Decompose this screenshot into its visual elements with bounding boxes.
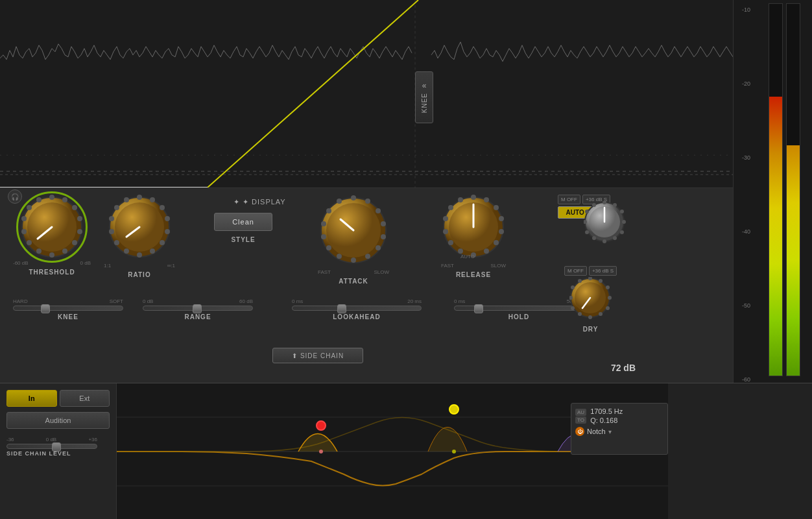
threshold-min: -60 dB: [13, 260, 29, 266]
threshold-label: THRESHOLD: [29, 269, 75, 276]
svg-point-63: [494, 240, 499, 245]
meter-scale: -10 -20 -30 -40 -50 -60: [742, 6, 750, 383]
meter-bar-left: [769, 3, 783, 376]
meter-fill-right: [787, 145, 800, 376]
threshold-max: 0 dB: [80, 260, 91, 266]
plugin-container: « KNEE ✦ ✦ DISPLAY 🎧: [0, 0, 812, 519]
release-min: FAST: [441, 263, 454, 269]
dry-mode-buttons: M OFF +36 dB S: [564, 266, 617, 276]
svg-point-37: [124, 197, 129, 202]
svg-point-58: [471, 195, 476, 200]
release-auto-label: AUTO: [460, 254, 475, 260]
sidechain-max: +36: [88, 437, 97, 442]
svg-point-76: [613, 203, 617, 207]
svg-point-35: [109, 216, 114, 221]
sidechain-button[interactable]: ⬆ SIDE CHAIN: [272, 348, 363, 363]
lookahead-range-labels: 0 ms 20 ms: [292, 298, 422, 304]
knee-slider-track[interactable]: [13, 306, 123, 311]
sidechain-level-group: -36 0 dB +36 SIDE CHAIN LEVEL: [6, 437, 110, 457]
svg-point-48: [351, 258, 356, 263]
release-knob[interactable]: [441, 195, 506, 262]
ratio-knob[interactable]: [107, 195, 172, 262]
svg-point-53: [326, 208, 331, 213]
ext-button[interactable]: Ext: [60, 390, 110, 407]
dry-mode-36-button[interactable]: +36 dB S: [589, 266, 617, 276]
style-button[interactable]: Clean: [214, 213, 272, 231]
svg-point-33: [114, 240, 119, 245]
scale-minus60: -60: [742, 376, 750, 383]
svg-point-78: [622, 220, 626, 224]
svg-point-54: [337, 199, 342, 204]
gain-mode-off-button[interactable]: M OFF: [558, 195, 580, 204]
svg-point-67: [448, 240, 453, 245]
threshold-knob[interactable]: [19, 195, 84, 260]
dry-knob[interactable]: [569, 277, 612, 322]
svg-point-42: [365, 199, 370, 204]
in-button[interactable]: In: [6, 390, 57, 407]
sidechain-level-track[interactable]: [6, 444, 97, 449]
frequency-value: 1709.5 Hz: [590, 407, 623, 415]
svg-point-62: [499, 229, 504, 234]
svg-point-80: [613, 236, 617, 240]
svg-point-100: [571, 285, 575, 289]
power-icon[interactable]: ⏻: [575, 427, 584, 436]
sidechain-chevrons-icon: ⬆: [292, 352, 298, 359]
svg-point-71: [458, 197, 463, 202]
svg-point-41: [351, 195, 356, 200]
range-min: 0 dB: [143, 298, 153, 304]
lookahead-max: 20 ms: [407, 298, 422, 304]
lookahead-slider-thumb[interactable]: [337, 304, 346, 313]
output-gain-knob[interactable]: [584, 201, 626, 246]
dry-mode-off-button[interactable]: M OFF: [564, 266, 587, 276]
svg-point-109: [449, 405, 459, 414]
graph-area: « KNEE: [0, 0, 733, 188]
left-panel: In Ext Audition -36 0 dB +36 SIDE CHAIN …: [0, 383, 117, 519]
svg-point-59: [484, 197, 489, 202]
range-label: RANGE: [184, 313, 211, 320]
attack-max: SLOW: [374, 269, 389, 275]
scale-minus50: -50: [742, 302, 750, 309]
svg-point-24: [137, 195, 142, 200]
sidechain-level-thumb[interactable]: [52, 442, 61, 452]
attack-knob[interactable]: [318, 195, 389, 269]
ratio-range: 1:1 ∞:1: [104, 263, 175, 269]
svg-point-64: [484, 248, 489, 254]
ratio-max: ∞:1: [167, 263, 175, 269]
svg-line-3: [208, 0, 418, 187]
knee-slider-thumb[interactable]: [41, 304, 50, 313]
svg-point-97: [578, 312, 582, 316]
output-gain-group: [584, 201, 626, 246]
db-value-label: 72 dB: [611, 363, 636, 373]
info-values: 1709.5 Hz Q: 0.168: [590, 407, 623, 424]
knee-label: KNEE: [421, 93, 428, 113]
notch-row: ⏻ Notch ▾: [575, 427, 663, 436]
svg-point-43: [376, 208, 381, 213]
range-slider-group: 0 dB 60 dB RANGE: [143, 298, 253, 320]
range-slider-track[interactable]: [143, 306, 253, 311]
in-ext-buttons: In Ext: [6, 390, 110, 407]
sidechain-min: -36: [6, 437, 14, 442]
svg-point-61: [499, 216, 504, 221]
hold-slider-thumb[interactable]: [474, 304, 483, 313]
info-labels: AU TO: [575, 409, 586, 424]
hold-label: HOLD: [508, 313, 529, 320]
sidechain-mid: 0 dB: [46, 437, 56, 442]
scale-minus30: -30: [742, 154, 750, 161]
audition-button[interactable]: Audition: [6, 412, 110, 429]
level-meters: -10 -20 -30 -40 -50 -60: [733, 0, 812, 389]
svg-point-85: [585, 210, 589, 213]
svg-point-83: [585, 230, 589, 234]
sidechain-label: SIDE CHAIN: [300, 352, 344, 359]
lookahead-slider-track[interactable]: [292, 306, 422, 311]
svg-point-29: [160, 240, 165, 245]
knee-button[interactable]: « KNEE: [415, 71, 433, 123]
svg-point-51: [321, 234, 326, 239]
notch-dropdown-icon[interactable]: ▾: [608, 428, 612, 435]
knee-label: KNEE: [58, 313, 78, 320]
dry-label: DRY: [583, 326, 599, 333]
controls-area: ✦ ✦ DISPLAY 🎧: [0, 188, 733, 383]
attack-group: FAST SLOW ATTACK: [318, 195, 389, 285]
range-slider-thumb[interactable]: [193, 304, 202, 313]
style-group: Clean STYLE: [214, 195, 272, 243]
release-group: AUTO FAST SLOW RELEASE: [441, 195, 506, 278]
